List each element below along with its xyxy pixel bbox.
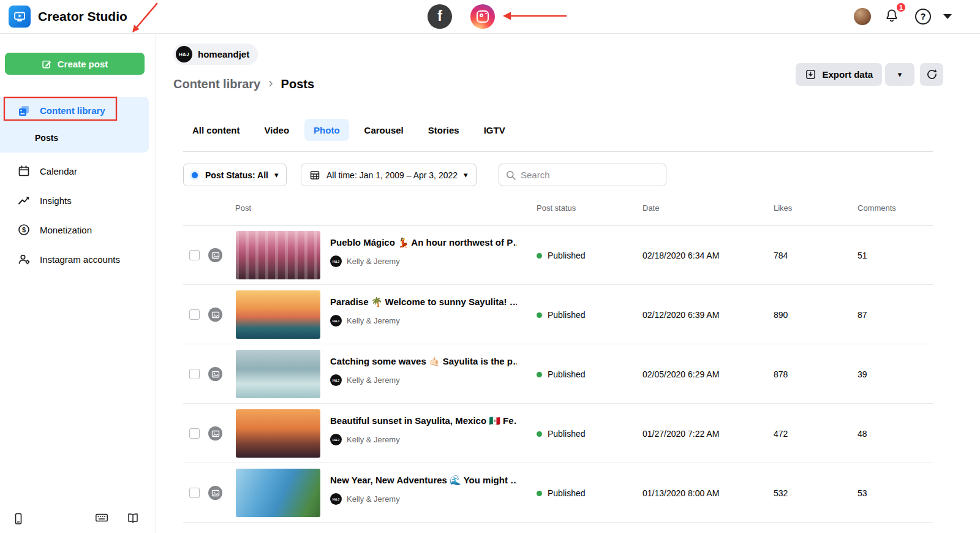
question-mark-icon: ? (921, 12, 926, 21)
row-checkbox[interactable] (189, 369, 200, 379)
post-author: H&J Kelly & Jeremy (330, 374, 526, 386)
photo-post-icon (208, 486, 222, 500)
post-title[interactable]: Paradise 🌴 Welcome to sunny Sayulita! … (330, 297, 517, 308)
account-initials: H&J (179, 51, 189, 57)
content-library-icon (17, 104, 31, 118)
profile-avatar[interactable] (854, 8, 871, 25)
book-icon[interactable] (127, 512, 139, 524)
published-dot-icon (537, 312, 542, 318)
author-avatar: H&J (330, 255, 342, 267)
account-chip[interactable]: H&J homeandjet (173, 43, 258, 65)
posts-label: Posts (35, 133, 58, 143)
export-options-button[interactable]: ▾ (885, 63, 914, 86)
sidebar-item-instagram-accounts[interactable]: Instagram accounts (0, 244, 156, 274)
keyboard-icon[interactable] (95, 512, 108, 523)
mobile-icon[interactable] (12, 512, 24, 526)
post-status-filter[interactable]: Post Status: All ▾ (183, 164, 287, 186)
refresh-icon (926, 69, 938, 80)
tab-carousel[interactable]: Carousel (355, 119, 413, 141)
search-icon (505, 170, 516, 181)
help-button[interactable]: ? (915, 9, 931, 25)
instagram-tab[interactable] (470, 4, 495, 29)
sidebar-nav: Calendar Insights $ Monetization (0, 156, 156, 274)
photo-post-icon (208, 426, 222, 440)
notifications-button[interactable]: 1 (884, 8, 902, 25)
monetization-label: Monetization (40, 225, 92, 235)
post-date: 01/27/2020 7:22 AM (643, 429, 719, 439)
creator-studio-page: Creator Studio f 1 ? (0, 0, 980, 533)
table-row: Beautiful sunset in Sayulita, Mexico 🇲🇽 … (183, 404, 933, 463)
table-row: Catching some waves 🤙🏻 Sayulita is the p… (183, 344, 933, 404)
post-thumbnail[interactable] (236, 290, 320, 339)
post-author: H&J Kelly & Jeremy (330, 493, 526, 505)
post-comments: 53 (858, 488, 867, 498)
post-title[interactable]: New Year, New Adventures 🌊 You might … (330, 475, 517, 486)
post-thumbnail[interactable] (236, 350, 320, 398)
column-date: Date (643, 203, 659, 213)
published-dot-icon (537, 431, 542, 437)
post-thumbnail[interactable] (236, 469, 320, 517)
chevron-down-icon (943, 14, 952, 19)
search-box[interactable] (499, 164, 666, 186)
author-name: Kelly & Jeremy (347, 257, 400, 266)
post-status: Published (537, 310, 586, 320)
search-input[interactable] (521, 170, 660, 180)
tab-stories[interactable]: Stories (419, 119, 469, 141)
post-title-cell: Paradise 🌴 Welcome to sunny Sayulita! … … (330, 297, 526, 327)
sidebar-item-content-library[interactable]: Content library (0, 97, 149, 124)
calendar-grid-icon (309, 170, 320, 181)
content-library-group: Content library Posts (0, 97, 149, 153)
tab-all-content[interactable]: All content (183, 119, 249, 141)
post-likes: 472 (774, 429, 788, 439)
content-type-tabs: All content Video Photo Carousel Stories… (183, 119, 514, 141)
export-data-button[interactable]: Export data (796, 63, 882, 86)
table-row: New Year, New Adventures 🌊 You might … H… (183, 463, 933, 523)
row-checkbox[interactable] (189, 250, 200, 260)
post-title[interactable]: Catching some waves 🤙🏻 Sayulita is the p… (330, 356, 517, 367)
post-title-cell: New Year, New Adventures 🌊 You might … H… (330, 475, 526, 505)
post-title-cell: Catching some waves 🤙🏻 Sayulita is the p… (330, 356, 526, 386)
row-checkbox[interactable] (189, 488, 200, 498)
row-checkbox[interactable] (189, 309, 200, 320)
published-dot-icon (537, 491, 542, 496)
post-thumbnail[interactable] (236, 409, 320, 458)
facebook-tab[interactable]: f (428, 4, 452, 29)
tab-igtv[interactable]: IGTV (475, 119, 514, 141)
post-comments: 51 (858, 251, 867, 260)
author-avatar: H&J (330, 434, 342, 445)
sidebar-item-monetization[interactable]: $ Monetization (0, 215, 156, 244)
compose-icon (42, 59, 52, 69)
chevron-right-icon: › (268, 75, 273, 91)
post-title-cell: Pueblo Mágico 💃 An hour northwest of P… … (330, 237, 526, 267)
published-dot-icon (537, 372, 542, 377)
create-post-button[interactable]: Create post (5, 53, 145, 75)
account-name: homeandjet (198, 49, 249, 59)
author-name: Kelly & Jeremy (347, 494, 400, 504)
post-thumbnail[interactable] (236, 231, 320, 279)
sidebar-item-posts[interactable]: Posts (0, 124, 149, 151)
post-title[interactable]: Pueblo Mágico 💃 An hour northwest of P… (330, 237, 517, 248)
row-checkbox[interactable] (189, 428, 200, 439)
tab-video[interactable]: Video (255, 119, 299, 141)
instagram-accounts-label: Instagram accounts (40, 254, 120, 265)
table-header: Post Post status Date Likes Comments (183, 203, 933, 216)
post-date: 02/12/2020 6:39 AM (643, 310, 719, 320)
refresh-button[interactable] (920, 63, 943, 86)
tabs-divider (183, 151, 933, 152)
post-title[interactable]: Beautiful sunset in Sayulita, Mexico 🇲🇽 … (330, 415, 517, 426)
brand[interactable]: Creator Studio (9, 6, 127, 28)
author-avatar: H&J (330, 315, 342, 327)
posts-table: Pueblo Mágico 💃 An hour northwest of P… … (183, 225, 933, 523)
sidebar-item-calendar[interactable]: Calendar (0, 156, 156, 186)
author-name: Kelly & Jeremy (347, 435, 400, 444)
sidebar-item-insights[interactable]: Insights (0, 186, 156, 215)
date-range-filter[interactable]: All time: Jan 1, 2009 – Apr 3, 2022 ▾ (301, 164, 477, 186)
download-icon (805, 69, 816, 80)
post-status: Published (537, 369, 586, 379)
header-actions: Export data ▾ (796, 63, 943, 86)
post-likes: 532 (774, 488, 788, 498)
tab-photo[interactable]: Photo (304, 119, 349, 141)
post-author: H&J Kelly & Jeremy (330, 255, 526, 267)
account-menu-button[interactable] (943, 14, 952, 19)
breadcrumb-parent[interactable]: Content library (173, 77, 260, 91)
